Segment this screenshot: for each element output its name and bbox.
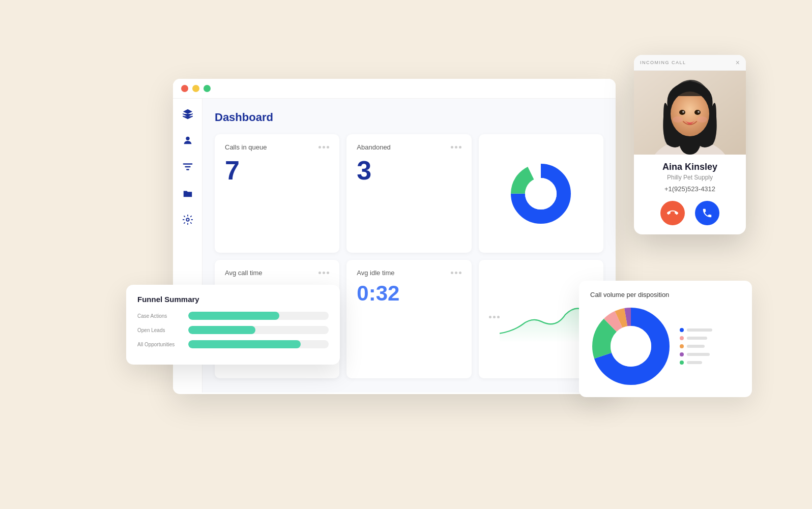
close-icon[interactable]: × [736,59,740,66]
sidebar-item-filter[interactable] [181,160,195,174]
wave-dots[interactable] [489,316,500,318]
legend-dot-1 [680,328,684,332]
legend-dot-5 [680,361,684,365]
titlebar-dot-green[interactable] [204,85,211,92]
svg-point-17 [697,116,707,123]
incoming-call-popup: INCOMING CALL × [634,55,746,234]
metric-card-calls-in-queue: Calls in queue 7 [215,134,339,253]
popup-title: INCOMING CALL [640,60,686,65]
metric-label-calls-in-queue: Calls in queue [225,143,267,151]
svg-point-0 [186,137,189,140]
metric-value-abandoned: 3 [357,157,461,184]
funnel-title: Funnel Summary [137,295,329,304]
call-actions [642,201,738,227]
caller-info: Aina Kinsley Philly Pet Supply +1(925)52… [634,155,746,234]
metric-label-avg-call-time: Avg call time [225,269,262,277]
funnel-row-open-leads: Open Leads [137,326,329,334]
svg-point-1 [186,218,189,221]
accept-call-button[interactable] [695,201,719,225]
funnel-row-case-actions: Case Actions [137,312,329,320]
metric-dot [318,146,321,148]
legend-item-5 [680,361,712,365]
metric-header-avg-call-time: Avg call time [225,269,329,277]
caller-name: Aina Kinsley [642,162,738,172]
metric-label-avg-idle-time: Avg idle time [357,269,394,277]
funnel-bar-bg-case-actions [188,312,329,320]
wave-dot [489,316,491,318]
metric-dot [323,146,325,148]
phone-decline-icon [667,207,678,219]
metric-dot [455,146,457,148]
legend-line-1 [687,328,712,332]
titlebar-dot-yellow[interactable] [192,85,199,92]
legend-item-2 [680,336,712,340]
legend-items [680,328,712,365]
metric-header-abandoned: Abandoned [357,143,461,151]
page-title: Dashboard [215,111,603,124]
metric-dot [455,272,457,274]
disposition-card: Call volume per disposition [579,281,752,397]
metric-dot [451,272,453,274]
metric-header: Calls in queue [225,143,329,151]
disposition-title: Call volume per disposition [590,291,741,298]
legend-item-1 [680,328,712,332]
decline-call-button[interactable] [660,201,685,225]
caller-avatar-svg [634,71,746,155]
legend-item-4 [680,352,712,356]
funnel-label-open-leads: Open Leads [137,327,183,333]
svg-point-16 [673,116,683,123]
funnel-bar-fill-all-opportunities [188,340,301,348]
metric-dot [327,272,329,274]
legend-dot-4 [680,352,684,356]
funnel-label-case-actions: Case Actions [137,313,183,319]
svg-point-23 [611,326,651,367]
metric-card-abandoned: Abandoned 3 [346,134,471,253]
donut-chart [510,163,571,224]
disposition-content [590,306,741,387]
funnel-bar-bg-open-leads [188,326,329,334]
metric-value-calls-in-queue: 7 [225,157,329,184]
metric-dot [459,272,461,274]
svg-point-11 [671,92,709,136]
metric-dot [318,272,321,274]
caller-company: Philly Pet Supply [642,174,738,181]
wave-dot [493,316,496,318]
sidebar-item-users[interactable] [181,133,195,147]
caller-phone: +1(925)523-4312 [642,185,738,193]
metric-dot [459,146,461,148]
svg-point-15 [698,111,700,113]
legend-dot-3 [680,344,684,348]
metric-header-avg-idle-time: Avg idle time [357,269,461,277]
metric-dot [327,146,329,148]
legend-item-3 [680,344,712,348]
metric-card-call-volume [479,134,603,253]
metric-dots-abandoned[interactable] [451,146,461,148]
legend-line-5 [687,361,702,364]
caller-photo [634,71,746,155]
metric-dots[interactable] [318,146,329,148]
svg-point-14 [682,111,684,113]
svg-point-13 [694,110,701,115]
phone-accept-icon [702,207,713,219]
metric-label-abandoned: Abandoned [357,143,391,151]
metric-value-avg-idle-time: 0:32 [357,283,461,304]
funnel-bar-fill-case-actions [188,312,279,320]
funnel-row-all-opportunities: All Opportunities [137,340,329,348]
window-titlebar [173,79,616,99]
funnel-summary-card: Funnel Summary Case Actions Open Leads A… [126,285,340,365]
metric-dot [451,146,453,148]
sidebar-item-folder[interactable] [181,186,195,200]
titlebar-dot-red[interactable] [181,85,188,92]
funnel-label-all-opportunities: All Opportunities [137,342,183,347]
legend-line-3 [687,345,705,348]
sidebar-item-dashboard[interactable] [181,107,195,121]
svg-point-12 [679,110,685,115]
legend-line-4 [687,353,710,356]
legend-dot-2 [680,336,684,340]
metric-card-avg-idle-time: Avg idle time 0:32 [346,260,471,378]
sidebar-item-settings[interactable] [181,213,195,227]
metric-dots-avg-idle-time[interactable] [451,272,461,274]
metric-dots-avg-call-time[interactable] [318,272,329,274]
funnel-bar-fill-open-leads [188,326,255,334]
legend-line-2 [687,337,707,340]
